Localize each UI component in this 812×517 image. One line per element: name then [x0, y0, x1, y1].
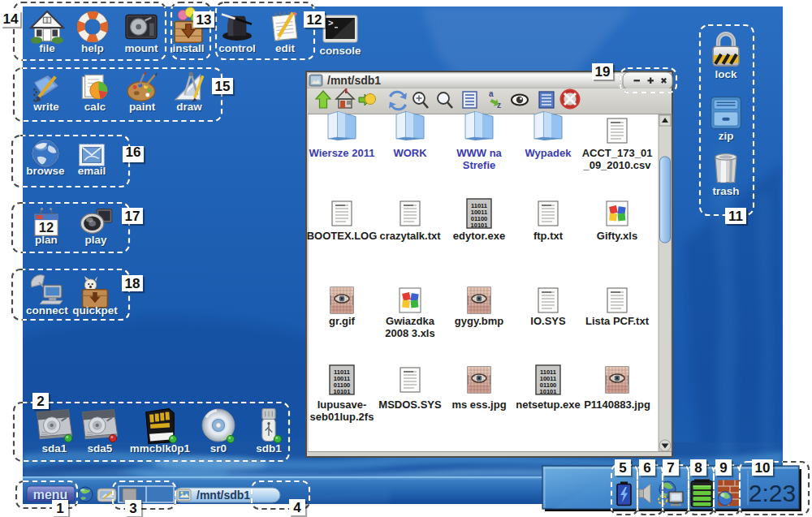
svg-text:trash: trash — [712, 185, 739, 197]
svg-text:ACCT_173_01: ACCT_173_01 — [582, 147, 653, 159]
svg-text:lock: lock — [715, 68, 737, 80]
svg-text:9: 9 — [719, 460, 727, 476]
svg-text:play: play — [84, 234, 107, 246]
svg-text:calc: calc — [84, 101, 106, 113]
svg-text:sr0: sr0 — [210, 442, 227, 455]
svg-text:Strefie: Strefie — [463, 159, 495, 171]
svg-text:2: 2 — [37, 394, 44, 409]
svg-text:6: 6 — [643, 460, 650, 476]
svg-text:gr.gif: gr.gif — [329, 315, 355, 327]
svg-text:mmcblk0p1: mmcblk0p1 — [130, 442, 191, 455]
svg-text:10: 10 — [755, 460, 771, 476]
svg-text:IO.SYS: IO.SYS — [530, 315, 566, 327]
svg-text:BOOTEX.LOG: BOOTEX.LOG — [307, 230, 378, 242]
svg-text:11: 11 — [728, 209, 743, 224]
svg-text:WORK: WORK — [393, 147, 427, 159]
svg-text:gygy.bmp: gygy.bmp — [455, 315, 503, 327]
svg-text:15: 15 — [215, 79, 231, 94]
svg-text:16: 16 — [126, 144, 141, 160]
svg-text:a: a — [489, 89, 494, 98]
svg-text:email: email — [78, 165, 106, 177]
svg-text:edit: edit — [275, 42, 296, 54]
svg-text:netsetup.exe: netsetup.exe — [516, 399, 580, 411]
svg-text:14: 14 — [3, 11, 19, 27]
svg-text:write: write — [32, 101, 59, 113]
svg-text:P1140883.jpg: P1140883.jpg — [584, 399, 650, 411]
svg-text:control: control — [218, 42, 256, 54]
svg-text:crazytalk.txt: crazytalk.txt — [379, 230, 441, 242]
svg-text:ftp.txt: ftp.txt — [533, 230, 564, 242]
svg-text:12: 12 — [307, 12, 322, 28]
svg-text:/mnt/sdb1: /mnt/sdb1 — [327, 74, 381, 87]
svg-text:browse: browse — [26, 165, 65, 177]
svg-text:Gifty.xls: Gifty.xls — [597, 230, 637, 242]
svg-text:console: console — [319, 45, 361, 57]
svg-text:_09_2010.csv: _09_2010.csv — [582, 159, 651, 171]
svg-text:/mnt/sdb1: /mnt/sdb1 — [197, 489, 250, 502]
svg-text:18: 18 — [125, 276, 140, 291]
svg-text:draw: draw — [176, 101, 202, 113]
svg-text:Wypadek: Wypadek — [525, 147, 572, 159]
svg-text:sda5: sda5 — [88, 442, 113, 455]
svg-text:Wiersze 2011: Wiersze 2011 — [309, 147, 375, 159]
svg-text:install: install — [172, 42, 204, 54]
svg-text:connect: connect — [26, 304, 68, 317]
svg-text:19: 19 — [595, 64, 611, 80]
svg-text:quickpet: quickpet — [72, 304, 118, 317]
svg-text:2008 3.xls: 2008 3.xls — [385, 327, 434, 339]
svg-text:menu: menu — [33, 488, 68, 502]
svg-text:17: 17 — [125, 209, 140, 224]
svg-text:5: 5 — [619, 460, 626, 476]
svg-text:2:23: 2:23 — [749, 480, 796, 506]
svg-text:sda1: sda1 — [42, 442, 67, 455]
svg-text:MSDOS.SYS: MSDOS.SYS — [378, 399, 442, 411]
svg-text:ms ess.jpg: ms ess.jpg — [451, 399, 506, 411]
svg-text:file: file — [39, 42, 55, 54]
svg-text:13: 13 — [197, 12, 212, 28]
svg-text:paint: paint — [129, 101, 156, 113]
svg-text:Gwiazdka: Gwiazdka — [386, 315, 435, 327]
svg-text:plan: plan — [35, 234, 58, 246]
svg-text:8: 8 — [694, 460, 702, 476]
svg-text:WWW na: WWW na — [456, 147, 502, 159]
svg-text:lupusave-: lupusave- — [317, 399, 367, 411]
svg-text:help: help — [81, 42, 104, 54]
svg-text:seb01lup.2fs: seb01lup.2fs — [310, 411, 374, 423]
svg-text:1: 1 — [56, 501, 63, 516]
svg-text:zip: zip — [719, 130, 734, 142]
svg-text:mount: mount — [124, 42, 158, 54]
svg-text:sdb1: sdb1 — [256, 442, 282, 455]
svg-text:3: 3 — [129, 501, 136, 516]
svg-text:7: 7 — [667, 460, 674, 476]
svg-text:Lista PCF.txt: Lista PCF.txt — [585, 315, 650, 327]
svg-text:4: 4 — [293, 500, 301, 515]
svg-text:edytor.exe: edytor.exe — [453, 230, 505, 242]
